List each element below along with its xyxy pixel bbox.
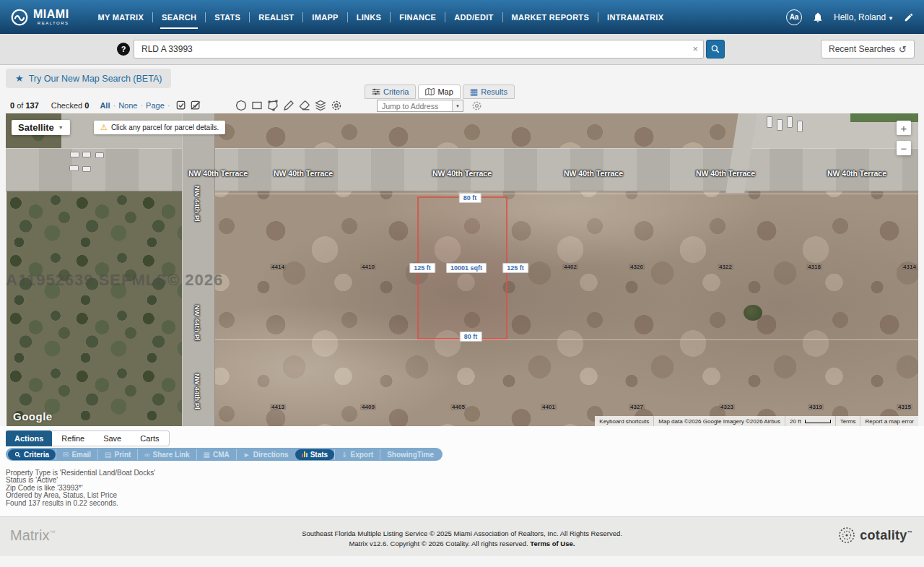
bell-icon[interactable] <box>812 12 824 23</box>
recent-searches-button[interactable]: Recent Searches ↺ <box>821 40 915 59</box>
directions-button[interactable]: ► Directions <box>236 449 295 460</box>
satellite-map[interactable]: NW 40th TerraceNW 40th TerraceNW 40th Te… <box>6 113 918 426</box>
result-count: 0 of 137 <box>10 101 39 110</box>
satellite-layer-button[interactable]: Satellite ▼ <box>12 120 70 135</box>
pencil-tool-icon[interactable] <box>283 100 295 111</box>
print-button-label: Print <box>115 451 131 459</box>
map-scale: 20 ft <box>785 416 835 426</box>
zoom-in-button[interactable]: + <box>897 121 911 135</box>
lot-number[interactable]: 4314 <box>902 264 918 270</box>
tab-carts[interactable]: Carts <box>131 431 168 446</box>
lot-number[interactable]: 4402 <box>562 264 578 270</box>
rectangle-tool-icon[interactable] <box>251 100 263 111</box>
search-button[interactable] <box>706 40 725 59</box>
lot-number[interactable]: 4318 <box>806 264 822 270</box>
map-settings-gear-icon[interactable] <box>331 100 342 111</box>
main-menu-item[interactable]: MARKET REPORTS <box>502 12 598 22</box>
chevron-down-icon: ▼ <box>58 125 64 130</box>
car <box>787 116 793 128</box>
keyboard-shortcuts-link[interactable]: Keyboard shortcuts <box>595 416 653 426</box>
check-actions <box>176 100 201 111</box>
toolbar-gear-icon[interactable] <box>471 100 482 111</box>
tab-actions[interactable]: Actions <box>6 430 52 446</box>
main-menu-item[interactable]: MY MATRIX <box>90 12 152 22</box>
parcel-gridline <box>215 339 918 340</box>
history-icon: ↺ <box>899 44 907 55</box>
map-draw-tools <box>235 100 342 111</box>
radius-shape-icon[interactable] <box>235 100 247 111</box>
lot-number[interactable]: 4409 <box>360 404 376 410</box>
lot-number[interactable]: 4323 <box>719 404 735 410</box>
main-menu-item[interactable]: STATS <box>205 12 249 22</box>
uncheck-all-icon[interactable] <box>191 100 201 111</box>
cotality-text: cotality <box>860 528 907 542</box>
select-all-link[interactable]: All <box>100 101 110 110</box>
main-menu-item[interactable]: FINANCE <box>390 12 445 22</box>
lot-number[interactable]: 4326 <box>629 264 645 270</box>
user-greeting[interactable]: Hello, Roland▼ <box>834 12 894 22</box>
eraser-tool-icon[interactable] <box>299 100 310 111</box>
search-input[interactable] <box>134 40 704 59</box>
main-menu-item[interactable]: SEARCH <box>152 12 205 22</box>
main-menu-item[interactable]: LINKS <box>347 12 391 22</box>
lot-number[interactable]: 4322 <box>718 264 733 270</box>
main-menu-item[interactable]: INTRAMATRIX <box>598 12 672 22</box>
count-of: of <box>17 101 23 110</box>
export-button[interactable]: ⇓ Export <box>334 449 380 460</box>
mls-watermark: A11952639 SEFMLS© 2026 <box>6 271 223 290</box>
select-arrow-icon: ▼ <box>452 100 463 111</box>
report-map-error-link[interactable]: Report a map error <box>860 416 918 426</box>
tab-criteria[interactable]: Criteria <box>365 85 416 99</box>
clear-search-icon[interactable]: × <box>692 43 698 54</box>
polygon-tool-icon[interactable] <box>267 100 279 111</box>
lot-number[interactable]: 4414 <box>270 264 286 270</box>
lot-number[interactable]: 4327 <box>629 404 645 410</box>
cma-button[interactable]: ▦ CMA <box>196 449 236 460</box>
street-label: NW 40th Terrace <box>432 169 492 178</box>
layers-icon[interactable] <box>315 100 326 111</box>
criteria-button[interactable]: Criteria <box>8 449 56 460</box>
beta-button-label: Try Our New Map Search (BETA) <box>29 74 162 84</box>
lot-number[interactable]: 4413 <box>270 404 286 410</box>
satellite-label: Satellite <box>18 122 54 133</box>
dot-separator: · <box>140 101 143 110</box>
checked-label: Checked <box>51 101 82 110</box>
tab-save[interactable]: Save <box>94 431 131 446</box>
help-icon[interactable]: ? <box>117 43 130 56</box>
select-none-link[interactable]: None <box>118 101 137 110</box>
main-menu-item[interactable]: ADD/EDIT <box>445 12 502 22</box>
search-bar-row: ? × Recent Searches ↺ <box>0 34 924 65</box>
directions-button-label: Directions <box>253 451 289 459</box>
pencil-icon[interactable] <box>904 12 914 22</box>
zoom-out-button[interactable]: − <box>897 141 911 155</box>
chevron-down-icon: ▼ <box>888 15 894 22</box>
main-menu-item[interactable]: REALIST <box>249 12 302 22</box>
miami-realtors-logo[interactable]: MIAMI REALTORS <box>10 8 69 27</box>
share-link-button[interactable]: ∞ Share Link <box>137 449 196 460</box>
tab-map[interactable]: Map <box>418 85 460 99</box>
tab-results[interactable]: ▦ Results <box>463 85 515 99</box>
google-logo: Google <box>13 410 53 423</box>
lot-number[interactable]: 4410 <box>360 264 376 270</box>
tab-refine[interactable]: Refine <box>52 431 94 446</box>
lot-number[interactable]: 4315 <box>897 404 912 410</box>
font-size-button[interactable]: Aa <box>786 9 802 25</box>
cma-button-label: CMA <box>213 451 230 459</box>
terms-of-use-link[interactable]: Terms of Use. <box>530 540 575 547</box>
jump-to-address-select[interactable]: Jump to Address ▼ <box>377 100 463 112</box>
email-button[interactable]: ✉ Email <box>56 449 97 460</box>
main-menu-item[interactable]: IMAPP <box>302 12 346 22</box>
terms-link[interactable]: Terms <box>835 416 860 426</box>
scale-bar <box>805 420 831 423</box>
lot-number[interactable]: 4401 <box>541 404 557 410</box>
stats-button[interactable]: Stats <box>295 449 334 460</box>
parcel-measure-left: 125 ft <box>409 263 435 273</box>
select-page-link[interactable]: Page <box>146 101 165 110</box>
check-all-icon[interactable] <box>176 100 186 111</box>
print-button[interactable]: ▤ Print <box>97 449 137 460</box>
lot-number[interactable]: 4405 <box>450 404 466 410</box>
showingtime-button[interactable]: ShowingTime <box>380 449 440 460</box>
lot-number[interactable]: 4319 <box>808 404 824 410</box>
new-map-search-beta-button[interactable]: ★ Try Our New Map Search (BETA) <box>6 69 171 88</box>
map-icon <box>425 87 435 96</box>
